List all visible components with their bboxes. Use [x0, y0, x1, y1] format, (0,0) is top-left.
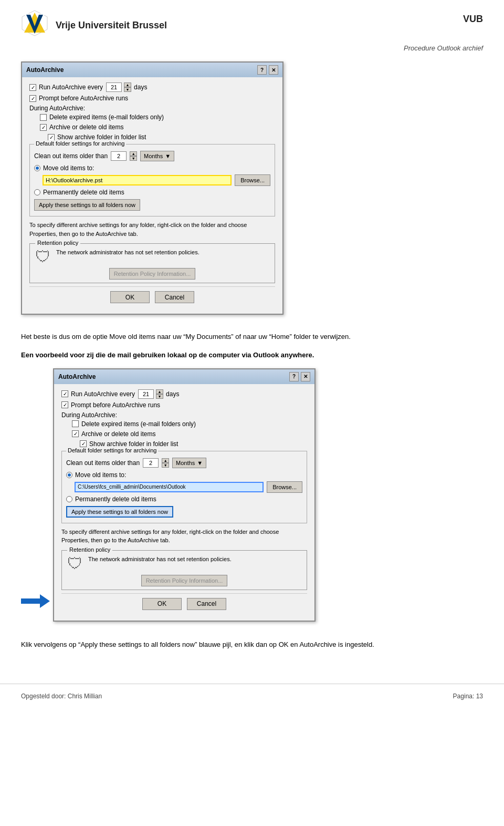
- cancel-button-2[interactable]: Cancel: [187, 598, 226, 610]
- show-archive-row-2: Show archive folder in folder list: [80, 440, 307, 448]
- dialog1-titlebar: AutoArchive ? ✕: [22, 63, 282, 77]
- archive-row-1: Archive or delete old items: [40, 123, 275, 131]
- clean-arrows-1: ▲ ▼: [130, 151, 137, 161]
- clean-input-1[interactable]: [111, 151, 127, 161]
- clean-input-2[interactable]: [143, 458, 159, 468]
- show-archive-label-2: Show archive folder in folder list: [89, 440, 178, 448]
- browse-button-2[interactable]: Browse...: [267, 481, 302, 493]
- blue-arrow-icon: [21, 594, 50, 608]
- clean-up-2[interactable]: ▲: [162, 458, 169, 463]
- path-row-1: Browse...: [43, 174, 270, 186]
- subtitle: Procedure Outlook archief: [0, 44, 504, 52]
- months-dropdown-2[interactable]: Months ▼: [172, 458, 206, 468]
- retention-policy-box-1: Retention policy 🛡 The network administr…: [29, 243, 275, 283]
- dialog1-title: AutoArchive: [26, 66, 64, 74]
- run-autoarchive-cb-1[interactable]: [29, 84, 36, 91]
- clean-row-1: Clean out items older than ▲ ▼ Months ▼: [34, 151, 270, 161]
- cancel-button-1[interactable]: Cancel: [155, 291, 194, 303]
- delete-expired-cb-1[interactable]: [40, 114, 47, 121]
- archive-row-2: Archive or delete old items: [72, 430, 307, 438]
- clean-arrows-2: ▲ ▼: [162, 458, 169, 468]
- institution-name: Vrije Universiteit Brussel: [56, 20, 167, 31]
- spinner-days-2: ▲ ▼: [138, 389, 163, 399]
- move-old-rb-1[interactable]: [34, 165, 40, 171]
- during-label-1: During AutoArchive:: [29, 105, 275, 112]
- delete-expired-row-2: Delete expired items (e-mail folders onl…: [72, 420, 307, 428]
- retention-policy-box-2: Retention policy 🛡 The network administr…: [61, 550, 307, 590]
- prompt-label-1: Prompt before AutoArchive runs: [39, 95, 128, 102]
- perm-delete-rb-2[interactable]: [66, 496, 72, 502]
- dialog1-titlebar-buttons: ? ✕: [257, 65, 278, 75]
- text-paragraph-1: Het beste is dus om de optie Move old it…: [21, 332, 483, 343]
- show-archive-cb-2[interactable]: [80, 440, 87, 447]
- autoarchive-dialog-2: AutoArchive ? ✕ Run AutoArchive every: [53, 368, 316, 622]
- retention-btn-1[interactable]: Retention Policy Information...: [109, 268, 196, 280]
- days-input-1[interactable]: [106, 82, 122, 92]
- days-up-1[interactable]: ▲: [124, 82, 131, 87]
- show-archive-label-1: Show archive folder in folder list: [57, 133, 146, 141]
- clean-up-1[interactable]: ▲: [130, 151, 137, 156]
- clean-down-1[interactable]: ▼: [130, 156, 137, 161]
- dialog2-titlebar: AutoArchive ? ✕: [54, 369, 314, 384]
- clean-down-2[interactable]: ▼: [162, 463, 169, 468]
- run-autoarchive-label-1: Run AutoArchive every: [39, 84, 103, 91]
- close-button-2[interactable]: ✕: [301, 372, 310, 381]
- delete-expired-cb-2[interactable]: [72, 420, 79, 427]
- run-autoarchive-row-2: Run AutoArchive every ▲ ▼ days: [61, 389, 307, 399]
- move-old-rb-2[interactable]: [66, 472, 72, 478]
- perm-delete-row-1: Permanently delete old items: [34, 189, 270, 196]
- abbreviation: VUB: [463, 14, 483, 25]
- dialog1-body: Run AutoArchive every ▲ ▼ days Prompt be…: [22, 77, 282, 314]
- path-input-1[interactable]: [43, 175, 232, 185]
- run-autoarchive-cb-2[interactable]: [61, 390, 68, 397]
- days-input-2[interactable]: [138, 389, 154, 399]
- run-autoarchive-label-2: Run AutoArchive every: [71, 390, 135, 398]
- dialog2-arrow-wrapper: AutoArchive ? ✕ Run AutoArchive every: [21, 368, 483, 631]
- show-archive-cb-1[interactable]: [48, 134, 55, 141]
- days-spinner-arrows-2: ▲ ▼: [156, 389, 163, 399]
- retention-btn-wrapper-1: Retention Policy Information...: [30, 268, 275, 280]
- months-dropdown-1[interactable]: Months ▼: [140, 151, 174, 161]
- footer-author: Opgesteld door: Chris Millian: [21, 693, 102, 700]
- info-text-2: To specify different archive settings fo…: [61, 528, 307, 545]
- dialog2-footer: OK Cancel: [61, 593, 307, 615]
- info-text-1: To specify different archive settings fo…: [29, 221, 275, 238]
- svg-marker-4: [21, 594, 50, 608]
- close-button-1[interactable]: ✕: [269, 65, 278, 75]
- dialog1-footer: OK Cancel: [29, 286, 275, 308]
- perm-delete-label-1: Permanently delete old items: [43, 189, 124, 196]
- vub-logo: [21, 9, 48, 37]
- retention-btn-2[interactable]: Retention Policy Information...: [141, 575, 228, 586]
- page-header: Vrije Universiteit Brussel VUB: [0, 0, 504, 42]
- ok-button-2[interactable]: OK: [142, 598, 182, 610]
- blue-arrow-wrapper: [21, 594, 50, 608]
- default-folder-label-2: Default folder settings for archiving: [66, 447, 158, 453]
- browse-button-1[interactable]: Browse...: [235, 174, 270, 186]
- archive-cb-2[interactable]: [72, 430, 79, 437]
- prompt-cb-1[interactable]: [29, 95, 36, 102]
- autoarchive-dialog-1: AutoArchive ? ✕ Run AutoArchive every ▲ …: [21, 61, 284, 315]
- days-down-2[interactable]: ▼: [156, 394, 163, 399]
- dropdown-arrow-1: ▼: [165, 153, 171, 159]
- retention-policy-content-1: 🛡 The network administrator has not set …: [30, 246, 275, 268]
- apply-button-2[interactable]: Apply these settings to all folders now: [66, 506, 173, 518]
- help-button-1[interactable]: ?: [257, 65, 267, 75]
- retention-policy-content-2: 🛡 The network administrator has not set …: [62, 553, 307, 575]
- dropdown-arrow-2: ▼: [197, 460, 203, 466]
- help-button-2[interactable]: ?: [289, 372, 299, 381]
- archive-cb-1[interactable]: [40, 124, 47, 131]
- prompt-cb-2[interactable]: [61, 401, 68, 408]
- spinner-days-1: ▲ ▼: [106, 82, 131, 92]
- ok-button-1[interactable]: OK: [110, 291, 150, 303]
- days-down-1[interactable]: ▼: [124, 87, 131, 92]
- default-folder-box-2: Default folder settings for archiving Cl…: [61, 451, 307, 523]
- path-input-2[interactable]: [75, 482, 264, 492]
- perm-delete-rb-1[interactable]: [34, 189, 40, 195]
- perm-delete-label-2: Permanently delete old items: [75, 495, 156, 503]
- footer-page: Pagina: 13: [453, 693, 483, 700]
- path-row-2: Browse...: [75, 481, 302, 493]
- days-up-2[interactable]: ▲: [156, 389, 163, 394]
- months-label-2: Months: [176, 460, 195, 466]
- apply-button-1[interactable]: Apply these settings to all folders now: [34, 199, 140, 211]
- text-paragraph-2: Een voorbeeld voor zij die de mail gebru…: [21, 350, 483, 361]
